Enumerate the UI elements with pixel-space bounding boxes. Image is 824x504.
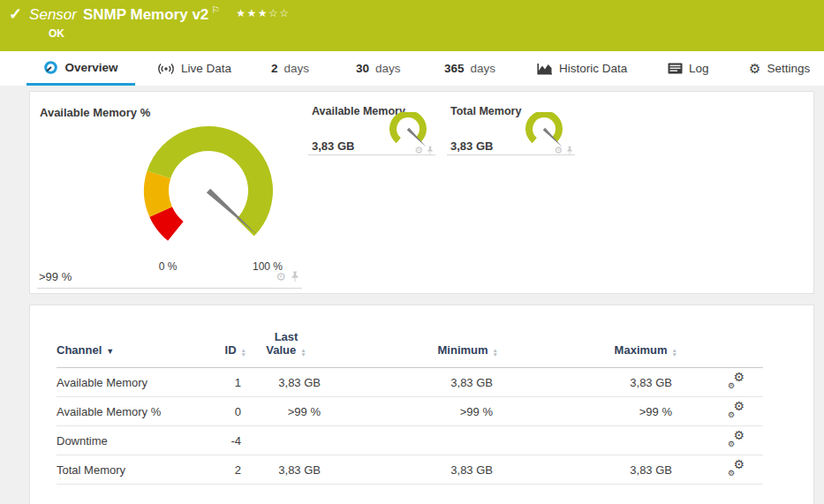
column-header-actions: [677, 330, 763, 368]
channel-id: -4: [211, 426, 246, 455]
table-header-row: Channel▼ ID▲▼ Last Value▲▼ Minimum▲▼ Max…: [57, 330, 763, 368]
sensor-status-badge: OK: [49, 27, 64, 40]
gauge-settings-gear-icon[interactable]: ⚙: [414, 145, 423, 156]
object-kind-label: Sensor: [29, 4, 77, 26]
channel-name[interactable]: Available Memory: [57, 368, 211, 397]
tab-live-data[interactable]: Live Data: [157, 51, 231, 86]
tab-log-label: Log: [689, 62, 709, 75]
gauge-icon: [43, 60, 58, 75]
channel-last-value: >99 %: [246, 397, 326, 426]
channel-minimum: 3,83 GB: [326, 455, 498, 485]
sort-desc-icon: ▼: [106, 347, 114, 356]
channel-id: 2: [211, 455, 246, 485]
table-row: Downtime -4 ⚙⚙: [57, 426, 763, 455]
tab-bar: Overview Live Data 2 days 30 days 365 da…: [0, 51, 824, 86]
gauge-settings-gear-icon[interactable]: ⚙: [276, 271, 286, 282]
channels-panel: Channel▼ ID▲▼ Last Value▲▼ Minimum▲▼ Max…: [29, 305, 814, 504]
channel-minimum: >99 %: [326, 397, 498, 426]
gauges-panel: Available Memory % 0 % 100 % >99 % ⚙: [29, 91, 814, 294]
column-header-maximum[interactable]: Maximum▲▼: [498, 330, 677, 368]
gear-icon: ⚙: [749, 62, 760, 75]
pin-icon[interactable]: [566, 146, 573, 155]
tab-30-days[interactable]: 30 days: [356, 51, 401, 86]
channel-minimum: 3,83 GB: [326, 368, 498, 397]
sensor-header: ✓ Sensor SNMP Memory v2 ⚐ ★★★☆☆ OK: [0, 0, 824, 51]
channel-settings-icon[interactable]: ⚙⚙: [728, 461, 745, 476]
channel-name[interactable]: Available Memory %: [57, 397, 211, 426]
channel-id: 0: [211, 397, 246, 426]
sort-icon: ▲▼: [300, 348, 306, 357]
gauge-scale-min: 0 %: [150, 260, 185, 273]
table-row: Available Memory % 0 >99 % >99 % >99 % ⚙…: [57, 397, 763, 426]
tab-historic-data[interactable]: Historic Data: [537, 51, 627, 86]
tab-settings[interactable]: ⚙ Settings: [749, 51, 810, 86]
gauge-block-available-memory: Available Memory 3,83 GB ⚙: [308, 104, 435, 155]
channel-maximum: [498, 426, 677, 455]
tab-live-data-label: Live Data: [181, 62, 231, 75]
status-check-icon: ✓: [9, 4, 22, 24]
gauge-settings-gear-icon[interactable]: ⚙: [554, 145, 563, 156]
channel-settings-icon[interactable]: ⚙⚙: [728, 373, 745, 388]
gauge-current-value: 3,83 GB: [450, 139, 493, 153]
channel-settings-icon[interactable]: ⚙⚙: [728, 432, 745, 447]
column-header-last-value[interactable]: Last Value▲▼: [246, 330, 326, 368]
gauge-block-total-memory: Total Memory 3,83 GB ⚙: [447, 104, 575, 155]
sort-icon: ▲▼: [493, 348, 498, 357]
channel-last-value: 3,83 GB: [246, 368, 326, 397]
flag-icon[interactable]: ⚐: [211, 4, 220, 16]
channel-last-value: 3,83 GB: [246, 455, 326, 485]
channel-maximum: >99 %: [498, 397, 677, 426]
tab-settings-label: Settings: [767, 62, 810, 75]
channel-settings-icon[interactable]: ⚙⚙: [728, 402, 745, 417]
page-content: Available Memory % 0 % 100 % >99 % ⚙: [0, 86, 824, 504]
column-header-id[interactable]: ID▲▼: [211, 330, 246, 368]
gauge-current-value: 3,83 GB: [312, 139, 354, 153]
sort-icon: ▲▼: [672, 348, 677, 357]
channel-maximum: 3,83 GB: [498, 455, 677, 485]
pin-icon[interactable]: [427, 146, 434, 155]
gauge-current-value: >99 %: [39, 270, 72, 283]
tab-log[interactable]: Log: [668, 51, 709, 86]
channel-maximum: 3,83 GB: [498, 368, 677, 397]
sort-icon: ▲▼: [241, 348, 246, 357]
channel-last-value: [246, 426, 326, 455]
channel-id: 1: [211, 368, 246, 397]
sensor-title: SNMP Memory v2: [83, 4, 208, 26]
tab-2-days[interactable]: 2 days: [271, 51, 309, 86]
table-row: Available Memory 1 3,83 GB 3,83 GB 3,83 …: [57, 368, 763, 397]
log-list-icon: [668, 63, 683, 74]
gauge-block-available-memory-pct: Available Memory % 0 % 100 % >99 % ⚙: [37, 104, 302, 289]
channel-name[interactable]: Total Memory: [57, 455, 211, 485]
priority-stars[interactable]: ★★★☆☆: [236, 4, 290, 22]
tab-historic-data-label: Historic Data: [559, 62, 627, 75]
gauge-title: Total Memory: [450, 105, 521, 117]
channel-name[interactable]: Downtime: [57, 426, 211, 455]
table-row: Total Memory 2 3,83 GB 3,83 GB 3,83 GB ⚙…: [57, 455, 763, 485]
broadcast-icon: [157, 62, 175, 76]
tab-overview[interactable]: Overview: [26, 51, 135, 86]
column-header-minimum[interactable]: Minimum▲▼: [326, 330, 498, 368]
tab-overview-label: Overview: [64, 61, 117, 74]
column-header-channel[interactable]: Channel▼: [57, 330, 211, 368]
channel-minimum: [326, 426, 498, 455]
area-chart-icon: [537, 62, 553, 75]
channels-table: Channel▼ ID▲▼ Last Value▲▼ Minimum▲▼ Max…: [57, 330, 763, 485]
tab-365-days[interactable]: 365 days: [444, 51, 495, 86]
pin-icon[interactable]: [291, 271, 299, 282]
